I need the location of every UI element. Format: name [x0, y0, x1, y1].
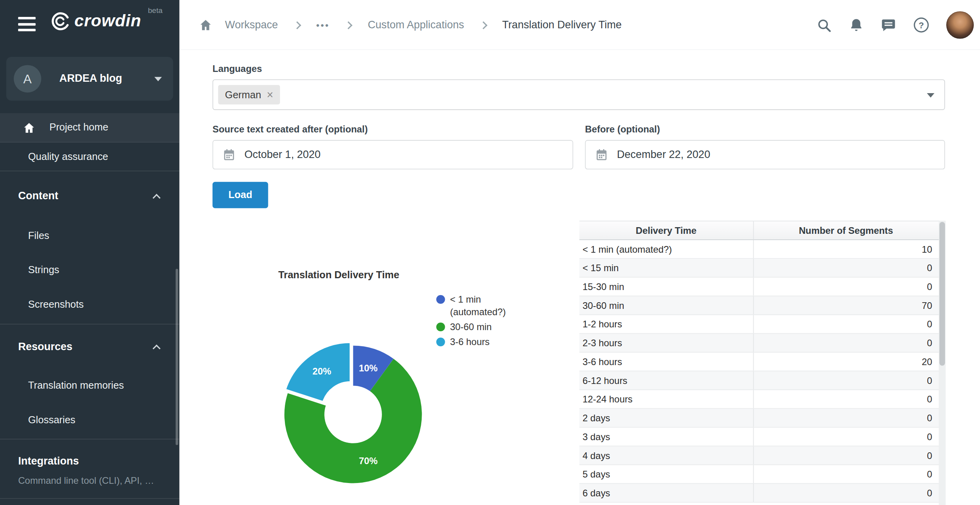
segment-count-cell: 0: [753, 483, 939, 502]
divider: [0, 439, 180, 440]
remove-chip-icon[interactable]: ×: [267, 89, 273, 101]
beta-badge: beta: [148, 6, 162, 15]
legend-dot: [436, 338, 445, 346]
after-date-label: Source text created after (optional): [213, 124, 368, 134]
legend-item: 30-60 min: [436, 321, 512, 333]
sidebar-section-content[interactable]: Content: [0, 182, 180, 210]
legend-label: < 1 min (automated?): [450, 293, 512, 318]
segment-count-cell: 0: [753, 371, 939, 390]
table-row: 2-3 hours0: [579, 334, 939, 353]
delivery-time-cell: 12-24 hours: [579, 390, 753, 409]
delivery-time-cell: 2 days: [579, 408, 753, 427]
segment-count-cell: 20: [753, 352, 939, 371]
sidebar-item-project-home[interactable]: Project home: [0, 113, 180, 142]
chevron-right-icon: [479, 21, 487, 29]
delivery-time-cell: 1-2 hours: [579, 315, 753, 334]
topbar: Workspace ••• Custom Applications Transl…: [180, 0, 980, 50]
breadcrumb-current-page: Translation Delivery Time: [502, 19, 622, 31]
load-button[interactable]: Load: [213, 182, 268, 208]
chart-title: Translation Delivery Time: [236, 270, 442, 281]
chevron-right-icon: [345, 21, 352, 29]
sidebar-item-label: Strings: [28, 264, 59, 276]
project-selector[interactable]: A ARDEA blog: [6, 57, 173, 101]
divider: [0, 171, 180, 171]
languages-label: Languages: [213, 63, 262, 74]
project-name: ARDEA blog: [59, 73, 154, 85]
header-delivery-time: Delivery Time: [579, 221, 753, 240]
delivery-time-cell: 15-30 min: [579, 277, 753, 296]
before-date-value: December 22, 2020: [617, 149, 710, 161]
calendar-icon: [595, 148, 608, 161]
sidebar-item-glossaries[interactable]: Glossaries: [0, 408, 180, 432]
menu-icon[interactable]: [18, 17, 36, 31]
table-row: 3-6 hours20: [579, 352, 939, 371]
sidebar-item-label: Screenshots: [28, 299, 84, 310]
breadcrumb-custom-applications[interactable]: Custom Applications: [368, 19, 464, 31]
project-initial: A: [23, 72, 31, 86]
languages-select[interactable]: German ×: [213, 79, 945, 110]
integrations-subtext[interactable]: Command line tool (CLI), API, …: [18, 475, 165, 486]
sidebar-item-screenshots[interactable]: Screenshots: [0, 292, 180, 316]
sidebar-item-label: Glossaries: [28, 415, 75, 426]
search-icon[interactable]: [816, 17, 832, 33]
delivery-time-cell: 6 days: [579, 483, 753, 502]
main-content: Languages German × Source text created a…: [180, 50, 980, 505]
segment-count-cell: 0: [753, 315, 939, 334]
sidebar-section-resources[interactable]: Resources: [0, 333, 180, 361]
chevron-up-icon: [152, 194, 160, 202]
table-row: 6-12 hours0: [579, 371, 939, 390]
sidebar-item-translation-memories[interactable]: Translation memories: [0, 374, 180, 397]
sidebar-section-integrations[interactable]: Integrations: [0, 449, 180, 474]
workspace-home-icon[interactable]: [199, 18, 213, 32]
table-header-row: Delivery Time Number of Segments: [579, 221, 939, 240]
sidebar-item-strings[interactable]: Strings: [0, 258, 180, 282]
after-date-input[interactable]: October 1, 2020: [213, 140, 573, 169]
after-date-value: October 1, 2020: [244, 149, 321, 161]
section-label: Content: [18, 190, 154, 203]
segment-count-cell: 0: [753, 465, 939, 484]
segment-count-cell: 0: [753, 277, 939, 296]
chevron-right-icon: [293, 21, 301, 29]
divider: [0, 324, 180, 325]
svg-text:?: ?: [919, 20, 924, 30]
sidebar-scrollbar[interactable]: [176, 269, 178, 445]
topbar-actions: ?: [816, 0, 974, 50]
legend-item: < 1 min (automated?): [436, 293, 512, 318]
table-scrollbar[interactable]: [939, 220, 945, 505]
donut-percent-label: 10%: [359, 363, 378, 373]
before-date-input[interactable]: December 22, 2020: [585, 140, 945, 169]
language-chip-label: German: [225, 89, 261, 101]
before-date-label: Before (optional): [585, 124, 660, 134]
calendar-icon: [222, 148, 235, 161]
crowdin-logo[interactable]: crowdin: [48, 11, 141, 31]
table-row: < 15 min0: [579, 259, 939, 277]
table-row: < 1 min (automated?)10: [579, 240, 939, 259]
language-chip: German ×: [218, 85, 280, 104]
table-row: 15-30 min0: [579, 277, 939, 296]
sidebar-item-files[interactable]: Files: [0, 224, 180, 247]
notifications-bell-icon[interactable]: [849, 18, 864, 33]
breadcrumb: Workspace ••• Custom Applications Transl…: [199, 0, 622, 50]
delivery-time-cell: 4 days: [579, 446, 753, 465]
legend-label: 3-6 hours: [450, 336, 490, 348]
breadcrumb-workspace[interactable]: Workspace: [225, 19, 278, 31]
chevron-down-icon: [154, 77, 162, 81]
table-row: 12-24 hours0: [579, 390, 939, 409]
help-icon[interactable]: ?: [913, 17, 929, 33]
table-row: 2 days0: [579, 408, 939, 427]
delivery-time-cell: 6-12 hours: [579, 371, 753, 390]
table-row: 30-60 min70: [579, 296, 939, 315]
table-row: 4 days0: [579, 446, 939, 465]
breadcrumb-ellipsis-button[interactable]: •••: [316, 20, 330, 30]
user-avatar[interactable]: [946, 11, 974, 39]
chart-legend: < 1 min (automated?)30-60 min3-6 hours: [436, 293, 512, 351]
segment-count-cell: 0: [753, 259, 939, 277]
sidebar-item-quality-assurance[interactable]: Quality assurance: [0, 143, 180, 171]
legend-item: 3-6 hours: [436, 336, 512, 348]
project-avatar: A: [14, 65, 41, 92]
table-row: 6 days0: [579, 483, 939, 502]
table-scrollbar-thumb[interactable]: [940, 222, 945, 366]
messages-icon[interactable]: [881, 17, 896, 33]
delivery-time-cell: 2-3 hours: [579, 334, 753, 353]
sidebar: crowdin beta A ARDEA blog Project home Q…: [0, 0, 180, 505]
